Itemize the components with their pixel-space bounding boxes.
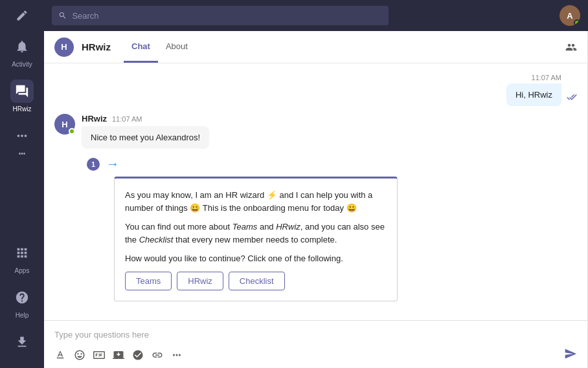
- compose-area: [44, 320, 587, 368]
- online-status-dot: [574, 19, 580, 26]
- delivered-icon: [567, 92, 577, 102]
- card-line1: As you may know, I am an HR wizard ⚡ and…: [125, 189, 387, 214]
- teams-icon: [15, 84, 29, 98]
- compose-input[interactable]: [54, 326, 577, 345]
- sidebar-item-apps[interactable]: Apps: [0, 235, 44, 279]
- user-avatar[interactable]: A: [560, 5, 580, 26]
- outgoing-text: Hi, HRwiz: [506, 83, 561, 106]
- chat-tabs: Chat About: [124, 31, 196, 63]
- screen-share-icon[interactable]: [113, 349, 124, 361]
- chat-panel: H HRwiz Chat About: [44, 31, 588, 368]
- search-box[interactable]: [52, 6, 389, 25]
- send-button[interactable]: [564, 347, 577, 363]
- sidebar-top: Activity HRwiz •••: [0, 0, 44, 324]
- messages-area: 11:07 AM Hi, HRwiz H: [44, 63, 587, 320]
- bot-avatar-header: H: [54, 38, 74, 57]
- topbar-right: A: [560, 5, 580, 26]
- bot-online-dot: [69, 128, 75, 135]
- search-icon: [58, 11, 67, 20]
- send-icon: [564, 347, 577, 360]
- message-outgoing-1: 11:07 AM Hi, HRwiz: [54, 74, 577, 106]
- bell-icon: [15, 39, 29, 54]
- incoming-bubble: Nice to meet you Alexandros!: [82, 126, 209, 149]
- msg-time: 11:07 AM: [112, 115, 142, 123]
- sidebar-item-download[interactable]: [10, 324, 34, 359]
- gif-icon[interactable]: [93, 349, 105, 361]
- card-message: As you may know, I am an HR wizard ⚡ and…: [114, 177, 398, 301]
- content-area: H HRwiz Chat About: [44, 31, 588, 368]
- msg-header-1: HRwiz 11:07 AM: [82, 114, 577, 124]
- compose-icon[interactable]: [0, 0, 44, 28]
- search-input[interactable]: [72, 11, 382, 21]
- arrow-right-icon: →: [106, 157, 119, 171]
- card-btn-checklist[interactable]: Checklist: [229, 272, 285, 290]
- tab-chat[interactable]: Chat: [124, 31, 158, 63]
- chat-header: H HRwiz Chat About: [44, 31, 587, 63]
- card-btn-teams[interactable]: Teams: [125, 272, 172, 290]
- sidebar-bottom: [10, 324, 34, 368]
- help-icon: [15, 290, 29, 305]
- sidebar-item-hrwiz[interactable]: HRwiz: [0, 73, 44, 118]
- sidebar-item-help[interactable]: Help: [0, 279, 44, 324]
- msg-content-1: HRwiz 11:07 AM Nice to meet you Alexandr…: [82, 114, 577, 149]
- card-buttons: Teams HRwiz Checklist: [125, 272, 387, 290]
- more-icon: [15, 129, 29, 143]
- card-btn-hrwiz[interactable]: HRwiz: [177, 272, 223, 290]
- participants-icon[interactable]: [565, 41, 577, 53]
- topbar: A: [44, 0, 588, 31]
- card-message-wrapper: 1 → As you may know, I am an HR wizard ⚡…: [54, 157, 577, 301]
- sidebar: Activity HRwiz •••: [0, 0, 44, 368]
- chat-header-actions: [565, 41, 577, 53]
- sidebar-item-activity[interactable]: Activity: [0, 28, 44, 73]
- chat-header-title: HRwiz: [82, 41, 111, 52]
- main-content: A H HRwiz Chat About: [44, 0, 588, 368]
- card-container: 1 → As you may know, I am an HR wizard ⚡…: [87, 157, 398, 301]
- edit-icon: [16, 9, 28, 22]
- card-line2: You can find out more about Teams and HR…: [125, 221, 387, 246]
- download-icon: [15, 335, 29, 349]
- bot-avatar-msg: H: [54, 114, 75, 135]
- msg-status: [567, 92, 577, 105]
- sticker-icon[interactable]: [132, 349, 144, 361]
- compose-toolbar: [54, 345, 577, 365]
- outgoing-bubble: 11:07 AM Hi, HRwiz: [506, 74, 561, 106]
- message-incoming-1: H HRwiz 11:07 AM Nice to meet you Alexan…: [54, 114, 577, 149]
- msg-sender: HRwiz: [82, 114, 107, 124]
- msg-time-out: 11:07 AM: [506, 74, 561, 81]
- arrow-number: 1: [87, 158, 100, 171]
- toolbar-more-icon[interactable]: [171, 349, 183, 361]
- sidebar-item-more[interactable]: •••: [0, 118, 44, 162]
- format-icon[interactable]: [54, 349, 66, 361]
- link-icon[interactable]: [152, 349, 163, 361]
- apps-icon: [15, 246, 29, 260]
- card-line3: How would you like to continue? Click on…: [125, 252, 387, 265]
- emoji-icon[interactable]: [74, 349, 85, 361]
- card-indicator: 1 →: [87, 157, 398, 171]
- tab-about[interactable]: About: [158, 31, 196, 63]
